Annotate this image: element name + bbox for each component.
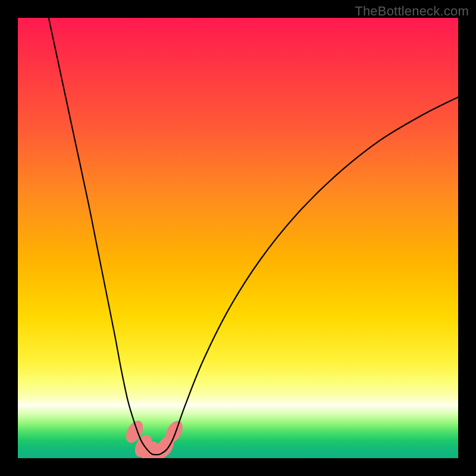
curve-layer (18, 18, 458, 458)
marker-group (123, 418, 186, 458)
chart-frame: TheBottleneck.com (0, 0, 476, 476)
watermark-text: TheBottleneck.com (355, 4, 469, 19)
plot-area (18, 18, 458, 458)
bottleneck-curve (49, 18, 458, 455)
